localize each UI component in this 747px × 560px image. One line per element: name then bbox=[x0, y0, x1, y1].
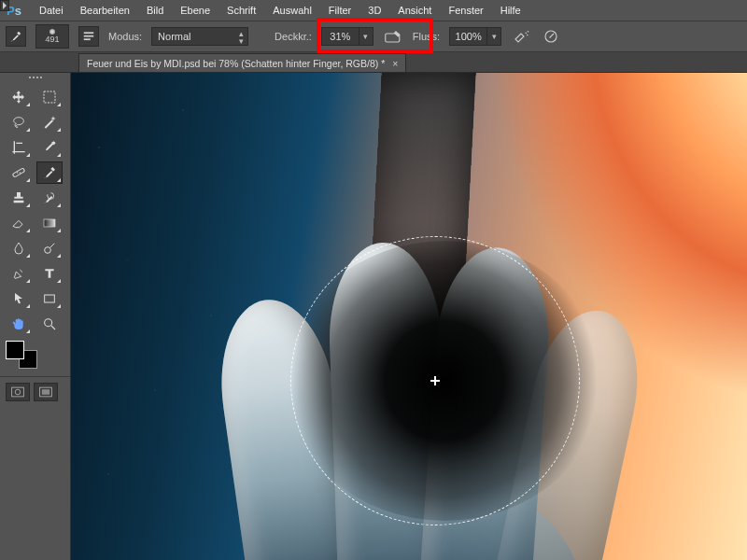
pen-tool[interactable] bbox=[6, 262, 32, 285]
svg-rect-9 bbox=[12, 168, 25, 177]
canvas-area[interactable] bbox=[71, 73, 747, 560]
lasso-icon bbox=[11, 115, 26, 130]
svg-point-10 bbox=[17, 172, 18, 173]
svg-rect-1 bbox=[84, 35, 94, 37]
chevron-down-icon: ▾ bbox=[492, 32, 497, 41]
tab-expander[interactable] bbox=[0, 0, 9, 11]
svg-rect-12 bbox=[44, 219, 55, 227]
flow-field[interactable]: 100% ▾ bbox=[449, 27, 501, 46]
zoom-tool[interactable] bbox=[36, 313, 63, 335]
opacity-label: Deckkr.: bbox=[275, 31, 312, 42]
brush-icon bbox=[9, 30, 22, 43]
document-tab-title: Feuer und Eis by MDI.psd bei 78% (Schatt… bbox=[87, 58, 385, 69]
clone-stamp-tool[interactable] bbox=[6, 187, 32, 209]
menu-edit[interactable]: Bearbeiten bbox=[73, 2, 137, 19]
crop-tool[interactable] bbox=[6, 136, 32, 159]
flow-value[interactable]: 100% bbox=[449, 27, 486, 46]
menu-bar: Ps Datei Bearbeiten Bild Ebene Schrift A… bbox=[0, 0, 747, 21]
airbrush-icon bbox=[513, 29, 529, 44]
options-bar: 491 Modus: Normal ▴▾ Deckkr.: 31% ▾ bbox=[0, 21, 747, 52]
app-window: Ps Datei Bearbeiten Bild Ebene Schrift A… bbox=[0, 0, 747, 560]
foreground-color-swatch[interactable] bbox=[6, 341, 24, 359]
tablet-pressure-opacity-icon bbox=[385, 29, 402, 44]
tools-grid bbox=[0, 82, 70, 337]
menu-help[interactable]: Hilfe bbox=[493, 2, 529, 19]
path-select-tool[interactable] bbox=[6, 287, 32, 310]
logo-letter-s: s bbox=[15, 4, 21, 18]
document-tab-bar: Feuer und Eis by MDI.psd bei 78% (Schatt… bbox=[0, 52, 747, 73]
svg-point-17 bbox=[15, 389, 21, 395]
magic-wand-tool[interactable] bbox=[36, 111, 63, 133]
color-swatches[interactable] bbox=[0, 337, 70, 372]
quickmask-icon bbox=[11, 386, 24, 398]
svg-point-4 bbox=[526, 33, 528, 35]
menu-type[interactable]: Schrift bbox=[219, 2, 263, 19]
tool-preset-picker[interactable] bbox=[6, 26, 26, 47]
eyedropper-tool[interactable] bbox=[36, 136, 63, 159]
tablet-opacity-toggle[interactable] bbox=[383, 26, 403, 47]
svg-point-15 bbox=[45, 319, 52, 327]
svg-rect-8 bbox=[44, 91, 55, 103]
close-icon[interactable]: × bbox=[392, 58, 398, 69]
svg-rect-0 bbox=[84, 32, 94, 34]
hand-tool[interactable] bbox=[6, 313, 32, 335]
menu-view[interactable]: Ansicht bbox=[390, 2, 439, 19]
history-brush-tool[interactable] bbox=[36, 187, 63, 209]
blend-mode-value: Normal bbox=[158, 31, 190, 42]
opacity-dropdown[interactable]: ▾ bbox=[359, 27, 374, 46]
move-icon bbox=[11, 90, 26, 105]
type-tool[interactable] bbox=[36, 262, 63, 285]
brush-panel-toggle[interactable] bbox=[78, 26, 99, 47]
opacity-field[interactable]: 31% ▾ bbox=[321, 27, 374, 46]
zoom-icon bbox=[42, 316, 57, 331]
bandage-icon bbox=[11, 165, 26, 180]
brush-tool[interactable] bbox=[36, 161, 63, 184]
mode-label: Modus: bbox=[108, 31, 142, 42]
menu-layer[interactable]: Ebene bbox=[173, 2, 218, 19]
gradient-tool[interactable] bbox=[36, 212, 63, 234]
rectangle-icon bbox=[42, 291, 57, 306]
opacity-value[interactable]: 31% bbox=[321, 27, 359, 46]
eraser-tool[interactable] bbox=[6, 212, 32, 234]
tools-drag-handle[interactable] bbox=[0, 73, 70, 82]
blend-mode-select[interactable]: Normal ▴▾ bbox=[151, 27, 248, 46]
healing-brush-tool[interactable] bbox=[6, 161, 32, 184]
panel-icon bbox=[82, 30, 95, 43]
shape-tool[interactable] bbox=[36, 287, 63, 310]
chevron-down-icon: ▾ bbox=[363, 32, 368, 41]
screen-icon bbox=[39, 386, 52, 398]
chevron-right-icon bbox=[2, 2, 7, 9]
menu-select[interactable]: Auswahl bbox=[265, 2, 319, 19]
airbrush-toggle[interactable] bbox=[511, 26, 531, 47]
menu-filter[interactable]: Filter bbox=[321, 2, 359, 19]
marquee-tool[interactable] bbox=[36, 86, 63, 108]
tools-panel bbox=[0, 73, 71, 560]
menu-window[interactable]: Fenster bbox=[441, 2, 490, 19]
lasso-tool[interactable] bbox=[6, 111, 32, 133]
pen-icon bbox=[11, 266, 26, 281]
screen-mode[interactable] bbox=[34, 383, 58, 401]
move-tool[interactable] bbox=[6, 86, 32, 108]
svg-rect-16 bbox=[12, 387, 24, 397]
screen-mode-buttons bbox=[0, 376, 70, 407]
dodge-icon bbox=[42, 241, 57, 256]
brush-size-value: 491 bbox=[45, 35, 59, 44]
blur-tool[interactable] bbox=[6, 237, 32, 259]
menu-image[interactable]: Bild bbox=[139, 2, 171, 19]
menu-file[interactable]: Datei bbox=[32, 2, 71, 19]
svg-rect-19 bbox=[42, 389, 49, 395]
menu-3d[interactable]: 3D bbox=[360, 2, 388, 19]
tablet-size-toggle[interactable] bbox=[541, 26, 561, 47]
flow-dropdown[interactable]: ▾ bbox=[486, 27, 501, 46]
flow-label: Fluss: bbox=[413, 31, 440, 42]
document-canvas[interactable] bbox=[71, 73, 747, 560]
arrow-cursor-icon bbox=[11, 291, 26, 306]
type-icon bbox=[42, 266, 57, 281]
document-tab[interactable]: Feuer und Eis by MDI.psd bei 78% (Schatt… bbox=[78, 53, 406, 72]
dodge-tool[interactable] bbox=[36, 237, 63, 259]
options-bar-wrap: 491 Modus: Normal ▴▾ Deckkr.: 31% ▾ bbox=[0, 21, 747, 52]
artwork-shadow-blob bbox=[286, 241, 603, 521]
quickmask-toggle[interactable] bbox=[6, 383, 30, 401]
brush-preset-picker[interactable]: 491 bbox=[35, 24, 69, 49]
svg-rect-2 bbox=[84, 38, 91, 40]
